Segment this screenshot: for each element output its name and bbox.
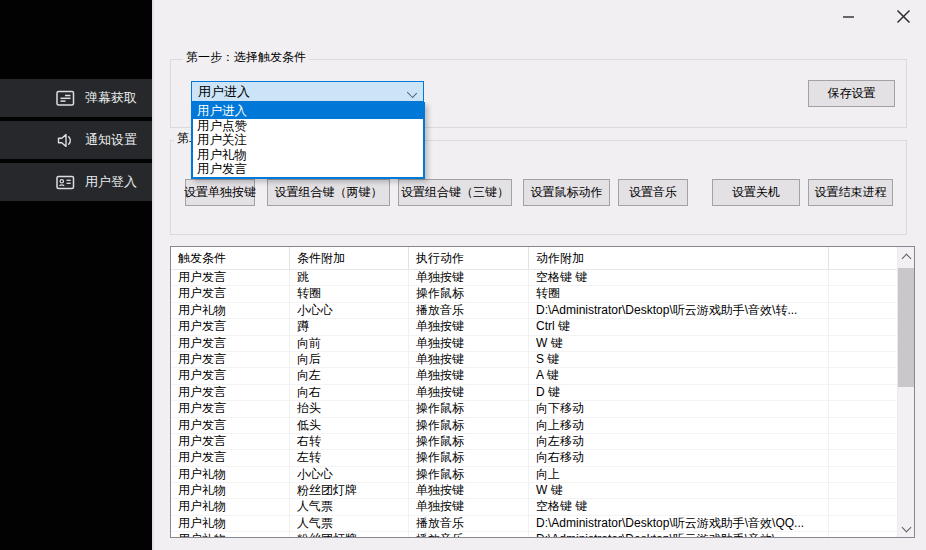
danmaku-list-icon xyxy=(56,90,75,107)
cell-action-extra: D:\Administrator\Desktop\听云游戏助手\音效\... xyxy=(529,532,829,537)
scroll-up-button[interactable] xyxy=(898,247,914,264)
dropdown-option[interactable]: 用户进入 xyxy=(193,104,423,119)
set-kill-process-button[interactable]: 设置结束进程 xyxy=(808,179,893,206)
step1-group-label: 第一步：选择触发条件 xyxy=(183,50,309,65)
dropdown-option[interactable]: 用户点赞 xyxy=(193,119,423,134)
table-row[interactable]: 用户发言 向后 单独按键 S 键 xyxy=(171,352,897,368)
cell-trigger-condition: 用户发言 xyxy=(171,270,290,285)
cell-exec-action: 单独按键 xyxy=(409,270,529,285)
table-row[interactable]: 用户发言 向左 单独按键 A 键 xyxy=(171,368,897,384)
trigger-condition-combobox[interactable]: 用户进入 xyxy=(191,81,424,102)
cell-condition-extra: 向后 xyxy=(290,352,409,367)
table-row[interactable]: 用户发言 跳 单独按键 空格键 键 xyxy=(171,270,897,286)
cell-action-extra: 空格键 键 xyxy=(529,270,829,285)
scrollbar-thumb[interactable] xyxy=(898,268,914,387)
table-row[interactable]: 用户发言 转圈 操作鼠标 转圈 xyxy=(171,286,897,302)
cell-trigger-condition: 用户礼物 xyxy=(171,516,290,531)
cell-trigger-condition: 用户礼物 xyxy=(171,303,290,318)
mapping-table: 触发条件 条件附加 执行动作 动作附加 用户发言 跳 单独按键 空格键 键 用户… xyxy=(170,246,915,538)
table-row[interactable]: 用户礼物 粉丝团灯牌 单独按键 W 键 xyxy=(171,483,897,499)
table-row[interactable]: 用户发言 低头 操作鼠标 向上移动 xyxy=(171,418,897,434)
cell-exec-action: 操作鼠标 xyxy=(409,434,529,449)
set-single-key-button[interactable]: 设置单独按键 xyxy=(185,179,255,206)
dropdown-option[interactable]: 用户关注 xyxy=(193,133,423,148)
table-row[interactable]: 用户礼物 人气票 播放音乐 D:\Administrator\Desktop\听… xyxy=(171,516,897,532)
cell-action-extra: 向上 xyxy=(529,467,829,482)
cell-trigger-condition: 用户礼物 xyxy=(171,532,290,537)
dropdown-option[interactable]: 用户礼物 xyxy=(193,148,423,163)
vertical-scrollbar[interactable] xyxy=(897,247,914,537)
cell-condition-extra: 人气票 xyxy=(290,516,409,531)
save-settings-button[interactable]: 保存设置 xyxy=(808,80,895,107)
cell-action-extra: Ctrl 键 xyxy=(529,319,829,334)
cell-filler xyxy=(829,270,897,285)
sidebar-item-danmaku[interactable]: 弹幕获取 xyxy=(0,79,152,117)
header-condition-extra[interactable]: 条件附加 xyxy=(290,247,409,269)
table-row[interactable]: 用户发言 蹲 单独按键 Ctrl 键 xyxy=(171,319,897,335)
cell-filler xyxy=(829,483,897,498)
table-header-row: 触发条件 条件附加 执行动作 动作附加 xyxy=(171,247,897,270)
cell-exec-action: 单独按键 xyxy=(409,385,529,400)
sidebar: 弹幕获取 通知设置 用户登入 xyxy=(0,0,152,550)
cell-trigger-condition: 用户发言 xyxy=(171,418,290,433)
set-combo-2key-button[interactable]: 设置组合键（两键） xyxy=(267,179,390,206)
set-music-button[interactable]: 设置音乐 xyxy=(618,179,688,206)
cell-action-extra: 向左移动 xyxy=(529,434,829,449)
header-action-extra[interactable]: 动作附加 xyxy=(529,247,829,269)
cell-trigger-condition: 用户礼物 xyxy=(171,499,290,514)
cell-exec-action: 单独按键 xyxy=(409,352,529,367)
cell-condition-extra: 小心心 xyxy=(290,303,409,318)
table-row[interactable]: 用户发言 左转 操作鼠标 向右移动 xyxy=(171,450,897,466)
cell-trigger-condition: 用户发言 xyxy=(171,368,290,383)
cell-filler xyxy=(829,450,897,465)
cell-exec-action: 单独按键 xyxy=(409,319,529,334)
cell-condition-extra: 粉丝团灯牌 xyxy=(290,483,409,498)
cell-exec-action: 操作鼠标 xyxy=(409,418,529,433)
table-row[interactable]: 用户礼物 小心心 操作鼠标 向上 xyxy=(171,467,897,483)
cell-exec-action: 播放音乐 xyxy=(409,532,529,537)
minimize-button[interactable] xyxy=(833,4,863,28)
cell-exec-action: 播放音乐 xyxy=(409,516,529,531)
minimize-icon xyxy=(842,10,855,23)
cell-filler xyxy=(829,286,897,301)
cell-trigger-condition: 用户发言 xyxy=(171,352,290,367)
cell-action-extra: D:\Administrator\Desktop\听云游戏助手\音效\QQ... xyxy=(529,516,829,531)
sidebar-item-notify[interactable]: 通知设置 xyxy=(0,121,152,159)
cell-action-extra: W 键 xyxy=(529,483,829,498)
dropdown-option[interactable]: 用户发言 xyxy=(193,162,423,177)
scroll-down-button[interactable] xyxy=(898,520,914,537)
table-row[interactable]: 用户礼物 人气票 单独按键 空格键 键 xyxy=(171,499,897,515)
cell-exec-action: 操作鼠标 xyxy=(409,286,529,301)
cell-filler xyxy=(829,532,897,537)
cell-trigger-condition: 用户发言 xyxy=(171,450,290,465)
cell-condition-extra: 左转 xyxy=(290,450,409,465)
cell-filler xyxy=(829,401,897,416)
table-row[interactable]: 用户发言 抬头 操作鼠标 向下移动 xyxy=(171,401,897,417)
cell-filler xyxy=(829,336,897,351)
cell-action-extra: 空格键 键 xyxy=(529,499,829,514)
cell-condition-extra: 人气票 xyxy=(290,499,409,514)
cell-filler xyxy=(829,352,897,367)
cell-exec-action: 单独按键 xyxy=(409,368,529,383)
set-mouse-action-button[interactable]: 设置鼠标动作 xyxy=(523,179,610,206)
cell-condition-extra: 右转 xyxy=(290,434,409,449)
sidebar-item-login[interactable]: 用户登入 xyxy=(0,163,152,201)
cell-filler xyxy=(829,319,897,334)
cell-condition-extra: 向前 xyxy=(290,336,409,351)
cell-trigger-condition: 用户发言 xyxy=(171,401,290,416)
set-shutdown-button[interactable]: 设置关机 xyxy=(712,179,800,206)
header-trigger-condition[interactable]: 触发条件 xyxy=(171,247,290,269)
cell-trigger-condition: 用户发言 xyxy=(171,286,290,301)
table-row[interactable]: 用户发言 向前 单独按键 W 键 xyxy=(171,336,897,352)
table-row[interactable]: 用户发言 右转 操作鼠标 向左移动 xyxy=(171,434,897,450)
close-button[interactable] xyxy=(888,4,918,28)
table-row[interactable]: 用户发言 向右 单独按键 D 键 xyxy=(171,385,897,401)
table-row[interactable]: 用户礼物 小心心 播放音乐 D:\Administrator\Desktop\听… xyxy=(171,303,897,319)
cell-exec-action: 操作鼠标 xyxy=(409,450,529,465)
cell-condition-extra: 粉丝团灯牌 xyxy=(290,532,409,537)
header-exec-action[interactable]: 执行动作 xyxy=(409,247,529,269)
set-combo-3key-button[interactable]: 设置组合键（三键） xyxy=(398,179,512,206)
cell-action-extra: A 键 xyxy=(529,368,829,383)
chevron-up-icon xyxy=(903,252,910,259)
table-row[interactable]: 用户礼物 粉丝团灯牌 播放音乐 D:\Administrator\Desktop… xyxy=(171,532,897,537)
